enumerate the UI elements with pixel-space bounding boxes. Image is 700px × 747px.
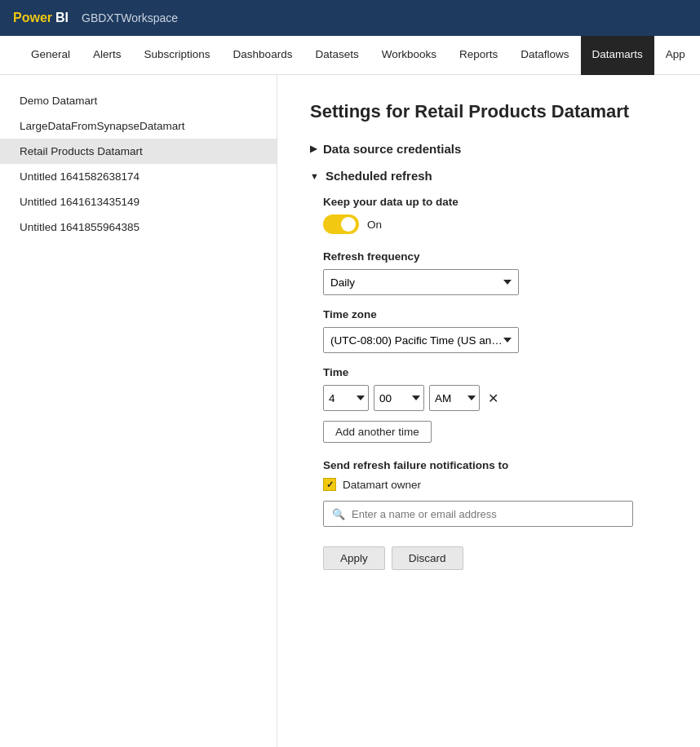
tab-reports[interactable]: Reports — [448, 36, 509, 75]
time-ampm-select[interactable]: AM PM — [429, 385, 480, 411]
main-layout: Demo Datamart LargeDataFromSynapseDatama… — [0, 75, 700, 747]
tab-workbooks[interactable]: Workbooks — [370, 36, 448, 75]
tab-datamarts[interactable]: Datamarts — [581, 36, 654, 75]
sidebar-item-untitled-2[interactable]: Untitled 1641613435149 — [0, 189, 277, 214]
checkmark-icon: ✓ — [326, 480, 334, 490]
timezone-label: Time zone — [323, 308, 667, 320]
apply-button[interactable]: Apply — [323, 546, 385, 570]
action-row: Apply Discard — [323, 546, 667, 570]
logo-bi: BI — [55, 11, 69, 25]
add-time-button[interactable]: Add another time — [323, 421, 432, 443]
tab-nav: General Alerts Subscriptions Dashboards … — [0, 36, 700, 75]
tab-dataflows[interactable]: Dataflows — [509, 36, 580, 75]
toggle-state-label: On — [367, 219, 382, 231]
email-search-input[interactable] — [352, 508, 624, 520]
datamart-owner-row: ✓ Datamart owner — [323, 478, 667, 491]
timezone-select[interactable]: (UTC-08:00) Pacific Time (US an… — [323, 327, 519, 353]
data-source-label: Data source credentials — [323, 142, 461, 156]
time-row: 4 123 567 8910 1112 00 153045 AM PM ✕ — [323, 385, 667, 411]
sidebar: Demo Datamart LargeDataFromSynapseDatama… — [0, 75, 277, 747]
keep-data-label: Keep your data up to date — [323, 196, 667, 208]
refresh-frequency-field: Refresh frequency Daily Weekly — [323, 250, 667, 295]
scheduled-refresh-content: Keep your data up to date On Refresh fre… — [310, 196, 667, 570]
tab-alerts[interactable]: Alerts — [82, 36, 133, 75]
tab-subscriptions[interactable]: Subscriptions — [133, 36, 222, 75]
sidebar-item-untitled-1[interactable]: Untitled 1641582638174 — [0, 164, 277, 189]
datamart-owner-label: Datamart owner — [343, 479, 421, 491]
tab-app[interactable]: App — [654, 36, 697, 75]
data-source-arrow: ▶ — [310, 144, 317, 154]
email-search-field: 🔍 — [323, 501, 633, 527]
sidebar-item-demo-datamart[interactable]: Demo Datamart — [0, 88, 277, 113]
scheduled-refresh-arrow: ▼ — [310, 171, 319, 181]
remove-time-button[interactable]: ✕ — [485, 389, 502, 408]
toggle-switch[interactable] — [323, 214, 359, 234]
refresh-frequency-label: Refresh frequency — [323, 250, 667, 263]
tab-general[interactable]: General — [20, 36, 82, 75]
powerbi-logo: Power BI — [13, 11, 69, 25]
sidebar-item-retail[interactable]: Retail Products Datamart — [0, 139, 277, 164]
time-hour-select[interactable]: 4 123 567 8910 1112 — [323, 385, 369, 411]
scheduled-refresh-label: Scheduled refresh — [326, 169, 432, 183]
data-source-section-header[interactable]: ▶ Data source credentials — [310, 142, 667, 156]
workspace-name: GBDXTWorkspace — [82, 11, 178, 24]
content-area: Settings for Retail Products Datamart ▶ … — [277, 75, 700, 747]
refresh-frequency-select[interactable]: Daily Weekly — [323, 269, 519, 295]
time-field: Time 4 123 567 8910 1112 00 153045 AM — [323, 366, 667, 411]
time-label: Time — [323, 366, 667, 378]
top-bar: Power BI GBDXTWorkspace — [0, 0, 700, 36]
scheduled-refresh-header[interactable]: ▼ Scheduled refresh — [310, 169, 667, 183]
page-title: Settings for Retail Products Datamart — [310, 101, 667, 122]
logo-power: Power — [13, 11, 52, 25]
sidebar-item-untitled-3[interactable]: Untitled 1641855964385 — [0, 214, 277, 240]
tab-dashboards[interactable]: Dashboards — [222, 36, 304, 75]
sidebar-item-large-datamart[interactable]: LargeDataFromSynapseDatamart — [0, 113, 277, 139]
notifications-label: Send refresh failure notifications to — [323, 459, 667, 471]
tab-datasets[interactable]: Datasets — [303, 36, 370, 75]
timezone-field: Time zone (UTC-08:00) Pacific Time (US a… — [323, 308, 667, 353]
time-minute-select[interactable]: 00 153045 — [374, 385, 424, 411]
toggle-row: On — [323, 214, 667, 234]
search-icon: 🔍 — [332, 508, 345, 520]
datamart-owner-checkbox[interactable]: ✓ — [323, 478, 336, 491]
notification-section: Send refresh failure notifications to ✓ … — [323, 459, 667, 527]
discard-button[interactable]: Discard — [392, 546, 463, 570]
